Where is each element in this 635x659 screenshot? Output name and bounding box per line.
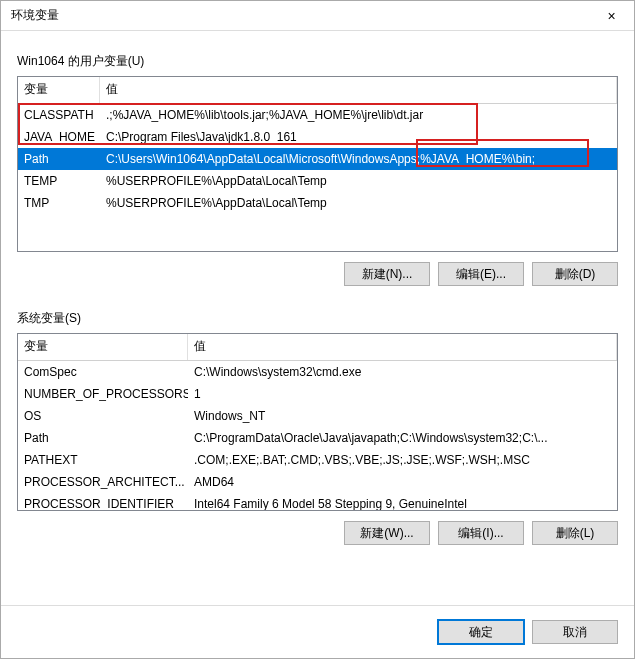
user-col-var: 变量	[18, 77, 100, 103]
val-cell: .COM;.EXE;.BAT;.CMD;.VBS;.VBE;.JS;.JSE;.…	[188, 449, 617, 471]
system-vars-group: 系统变量(S) 变量 值 ComSpecC:\Windows\system32\…	[17, 310, 618, 559]
dialog-footer: 确定 取消	[1, 605, 634, 658]
table-row[interactable]: TMP%USERPROFILE%\AppData\Local\Temp	[18, 192, 617, 214]
var-cell: NUMBER_OF_PROCESSORS	[18, 383, 188, 405]
user-vars-group: Win1064 的用户变量(U) 变量 值 CLASSPATH.;%JAVA_H…	[17, 53, 618, 300]
val-cell: Windows_NT	[188, 405, 617, 427]
table-row[interactable]: OSWindows_NT	[18, 405, 617, 427]
val-cell: C:\ProgramData\Oracle\Java\javapath;C:\W…	[188, 427, 617, 449]
table-row[interactable]: CLASSPATH.;%JAVA_HOME%\lib\tools.jar;%JA…	[18, 104, 617, 126]
var-cell: PATHEXT	[18, 449, 188, 471]
dialog-content: Win1064 的用户变量(U) 变量 值 CLASSPATH.;%JAVA_H…	[1, 31, 634, 605]
val-cell: %USERPROFILE%\AppData\Local\Temp	[100, 170, 617, 192]
env-vars-dialog: 环境变量 × Win1064 的用户变量(U) 变量 值 CLASSPATH.;…	[0, 0, 635, 659]
user-vars-list[interactable]: 变量 值 CLASSPATH.;%JAVA_HOME%\lib\tools.ja…	[17, 76, 618, 252]
var-cell: OS	[18, 405, 188, 427]
table-row[interactable]: ComSpecC:\Windows\system32\cmd.exe	[18, 361, 617, 383]
val-cell: C:\Program Files\Java\jdk1.8.0_161	[100, 126, 617, 148]
var-cell: TEMP	[18, 170, 100, 192]
var-cell: JAVA_HOME	[18, 126, 100, 148]
user-col-val: 值	[100, 77, 617, 103]
system-vars-header: 变量 值	[18, 334, 617, 361]
val-cell: C:\Windows\system32\cmd.exe	[188, 361, 617, 383]
val-cell: 1	[188, 383, 617, 405]
user-delete-button[interactable]: 删除(D)	[532, 262, 618, 286]
system-edit-button[interactable]: 编辑(I)...	[438, 521, 524, 545]
val-cell: %USERPROFILE%\AppData\Local\Temp	[100, 192, 617, 214]
table-row[interactable]: NUMBER_OF_PROCESSORS1	[18, 383, 617, 405]
user-vars-header: 变量 值	[18, 77, 617, 104]
var-cell: TMP	[18, 192, 100, 214]
ok-button[interactable]: 确定	[438, 620, 524, 644]
var-cell: PROCESSOR_IDENTIFIER	[18, 493, 188, 511]
table-row[interactable]: PATHEXT.COM;.EXE;.BAT;.CMD;.VBS;.VBE;.JS…	[18, 449, 617, 471]
table-row[interactable]: PROCESSOR_ARCHITECT...AMD64	[18, 471, 617, 493]
var-cell: CLASSPATH	[18, 104, 100, 126]
system-vars-label: 系统变量(S)	[17, 310, 618, 327]
system-col-val: 值	[188, 334, 617, 360]
close-icon: ×	[607, 8, 615, 24]
var-cell: Path	[18, 148, 100, 170]
var-cell: ComSpec	[18, 361, 188, 383]
system-vars-list[interactable]: 变量 值 ComSpecC:\Windows\system32\cmd.exeN…	[17, 333, 618, 511]
window-title: 环境变量	[11, 7, 589, 24]
table-row[interactable]: PathC:\Users\Win1064\AppData\Local\Micro…	[18, 148, 617, 170]
system-buttons: 新建(W)... 编辑(I)... 删除(L)	[17, 511, 618, 559]
user-edit-button[interactable]: 编辑(E)...	[438, 262, 524, 286]
val-cell: Intel64 Family 6 Model 58 Stepping 9, Ge…	[188, 493, 617, 511]
val-cell: AMD64	[188, 471, 617, 493]
user-vars-body: CLASSPATH.;%JAVA_HOME%\lib\tools.jar;%JA…	[18, 104, 617, 214]
system-vars-body: ComSpecC:\Windows\system32\cmd.exeNUMBER…	[18, 361, 617, 511]
table-row[interactable]: PathC:\ProgramData\Oracle\Java\javapath;…	[18, 427, 617, 449]
close-button[interactable]: ×	[589, 1, 634, 31]
var-cell: Path	[18, 427, 188, 449]
cancel-button[interactable]: 取消	[532, 620, 618, 644]
table-row[interactable]: PROCESSOR_IDENTIFIERIntel64 Family 6 Mod…	[18, 493, 617, 511]
system-new-button[interactable]: 新建(W)...	[344, 521, 430, 545]
table-row[interactable]: JAVA_HOMEC:\Program Files\Java\jdk1.8.0_…	[18, 126, 617, 148]
user-new-button[interactable]: 新建(N)...	[344, 262, 430, 286]
user-buttons: 新建(N)... 编辑(E)... 删除(D)	[17, 252, 618, 300]
val-cell: .;%JAVA_HOME%\lib\tools.jar;%JAVA_HOME%\…	[100, 104, 617, 126]
titlebar: 环境变量 ×	[1, 1, 634, 31]
user-vars-label: Win1064 的用户变量(U)	[17, 53, 618, 70]
system-delete-button[interactable]: 删除(L)	[532, 521, 618, 545]
system-col-var: 变量	[18, 334, 188, 360]
table-row[interactable]: TEMP%USERPROFILE%\AppData\Local\Temp	[18, 170, 617, 192]
val-cell: C:\Users\Win1064\AppData\Local\Microsoft…	[100, 148, 617, 170]
var-cell: PROCESSOR_ARCHITECT...	[18, 471, 188, 493]
